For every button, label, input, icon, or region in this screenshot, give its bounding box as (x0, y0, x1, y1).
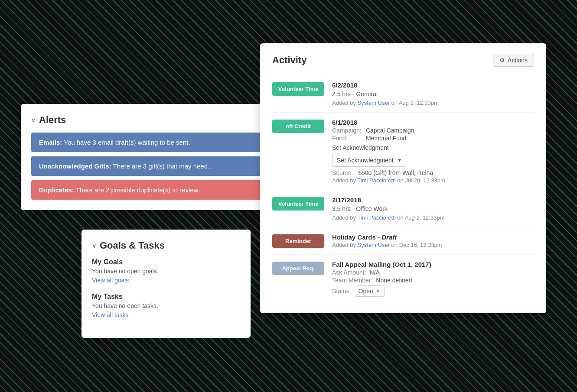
collapse-icon[interactable]: ∨ (31, 117, 36, 123)
alerts-title: Alerts (39, 114, 66, 126)
table-row: Volunteer Time 2/17/2018 3.5 hrs - Offic… (272, 190, 534, 227)
soft-credit-meta: Added by Timi Paccioretti on Jul 20, 12:… (332, 177, 534, 184)
status-label: Status: (332, 288, 351, 295)
actions-label: Actions (508, 57, 528, 64)
chevron-down-icon: ▼ (397, 157, 402, 163)
appeal-req-badge: Appeal Req. (272, 262, 324, 275)
team-value: None defined (376, 277, 412, 284)
goals-tasks-card: ∨ Goals & Tasks My Goals You have no ope… (81, 230, 251, 338)
status-row: Status: Open ▼ (332, 285, 534, 297)
fund-label: Fund: (332, 135, 362, 142)
activity-meta: Added by System User on Aug 2, 12:33pm (332, 100, 534, 106)
ack-select-text: Set Acknowledgment (337, 157, 394, 164)
added-by-2: Added by (332, 177, 356, 184)
reminder-date-label: Holiday Cards - (332, 233, 380, 241)
table-row: Appeal Req. Fall Appeal Mailing (Oct 1, … (272, 255, 534, 303)
unacknowledged-alert-text: There are 3 gift(s) that may need… (113, 162, 214, 170)
timi-link-2[interactable]: Timi Paccioretti (357, 214, 395, 221)
volunteer-time-2-detail: 3.5 hrs - Office Work (332, 204, 534, 214)
soft-credit-date: 6/1/2018 (332, 119, 534, 126)
added-by-3: Added by (332, 214, 356, 221)
meta-date: on Aug 2, 12:33pm (391, 100, 439, 106)
source-row: Source: $500 (Gift) from Wall, Reina (332, 169, 534, 176)
reminder-content: Holiday Cards - Draft Added by System Us… (332, 233, 534, 248)
reminder-meta: Added by System User on Dec 16, 12:33pm (332, 242, 534, 248)
status-chevron-icon: ▼ (376, 288, 381, 294)
campaign-label: Campaign: (332, 127, 362, 134)
activity-detail: 2.5 hrs - General (332, 90, 534, 99)
activity-list: Volunteer Time 6/2/2018 2.5 hrs - Genera… (272, 75, 534, 303)
actions-button[interactable]: ⚙ Actions (493, 54, 534, 67)
appeal-req-content: Fall Appeal Mailing (Oct 1, 2017) Ask Am… (332, 261, 534, 297)
activity-header: Activity ⚙ Actions (272, 54, 534, 67)
volunteer-time-2-content: 2/17/2018 3.5 hrs - Office Work Added by… (332, 196, 534, 221)
appeal-req-title: Fall Appeal Mailing (Oct 1, 2017) (332, 261, 534, 268)
ask-label: Ask Amount: (332, 269, 366, 276)
volunteer-time-badge-2: Volunteer Time (272, 197, 324, 211)
goals-collapse-icon[interactable]: ∨ (92, 242, 96, 249)
system-user-link-2[interactable]: System User (358, 242, 390, 248)
table-row: Reminder Holiday Cards - Draft Added by … (272, 227, 534, 255)
set-acknowledgment-dropdown[interactable]: Set Acknowledgment ▼ (332, 154, 407, 167)
unacknowledged-alert-label: Unacknowledged Gifts: (39, 162, 111, 170)
soft-credit-badge: oft Credit (272, 120, 324, 133)
team-member-row: Team Member: None defined (332, 277, 534, 284)
email-alert-label: Emails: (39, 139, 62, 146)
volunteer-time-badge-1: Volunteer Time (272, 82, 324, 96)
reminder-badge: Reminder (272, 234, 324, 248)
my-tasks-section: My Tasks You have no open tasks. View al… (92, 293, 240, 319)
ack-section-label: Set Acknowledgment (332, 144, 534, 151)
status-dropdown[interactable]: Open ▼ (355, 285, 385, 297)
ask-amount-row: Ask Amount: N/A (332, 269, 534, 276)
table-row: Volunteer Time 6/2/2018 2.5 hrs - Genera… (272, 75, 534, 113)
my-tasks-text: You have no open tasks. (92, 302, 240, 309)
added-by-label: Added by (332, 100, 356, 106)
my-tasks-label: My Tasks (92, 293, 240, 301)
my-goals-section: My Goals You have no open goals. View al… (92, 258, 240, 284)
activity-date: 6/2/2018 (332, 81, 534, 89)
duplicates-alert-label: Duplicates: (39, 186, 74, 194)
fund-row: Fund: Memorial Fund (332, 135, 534, 142)
source-value: $500 (Gift) from Wall, Reina (358, 169, 433, 176)
soft-credit-date-meta: on Jul 20, 12:33pm (397, 177, 445, 184)
volunteer-time-1-content: 6/2/2018 2.5 hrs - General Added by Syst… (332, 81, 534, 106)
reminder-draft: Draft (381, 233, 397, 241)
table-row: oft Credit 6/1/2018 Campaign: Capital Ca… (272, 113, 534, 190)
goals-header: ∨ Goals & Tasks (92, 240, 240, 251)
volunteer-time-2-date: 2/17/2018 (332, 196, 534, 204)
fund-value: Memorial Fund (366, 135, 406, 142)
status-value: Open (359, 288, 373, 295)
team-label: Team Member: (332, 277, 372, 284)
goals-title: Goals & Tasks (100, 240, 165, 251)
my-goals-text: You have no open goals. (92, 268, 240, 275)
my-goals-label: My Goals (92, 258, 240, 266)
activity-title: Activity (272, 55, 306, 66)
campaign-value: Capital Campaign (366, 127, 414, 134)
view-all-goals-link[interactable]: View all goals (92, 277, 129, 284)
view-all-tasks-link[interactable]: View all tasks (92, 311, 129, 318)
email-alert-text: You have 3 email draft(s) waiting to be … (64, 139, 190, 146)
added-by-4: Added by (332, 242, 356, 248)
soft-credit-content: 6/1/2018 Campaign: Capital Campaign Fund… (332, 119, 534, 184)
source-label: Source: (332, 169, 353, 176)
reminder-title: Holiday Cards - Draft (332, 233, 534, 241)
volunteer-time-2-meta: Added by Timi Paccioretti on Aug 2, 12:3… (332, 214, 534, 221)
campaign-row: Campaign: Capital Campaign (332, 127, 534, 134)
duplicates-alert-text: There are 2 possible duplicate(s) to rev… (76, 186, 200, 194)
ask-value: N/A (370, 269, 380, 276)
activity-card: Activity ⚙ Actions Volunteer Time 6/2/20… (260, 43, 546, 313)
gear-icon: ⚙ (499, 57, 505, 64)
timi-link-1[interactable]: Timi Paccioretti (357, 177, 395, 184)
reminder-date-meta: on Dec 16, 12:33pm (391, 242, 442, 248)
system-user-link[interactable]: System User (358, 100, 390, 106)
vol2-date-meta: on Aug 2, 12:33pm (397, 214, 444, 221)
